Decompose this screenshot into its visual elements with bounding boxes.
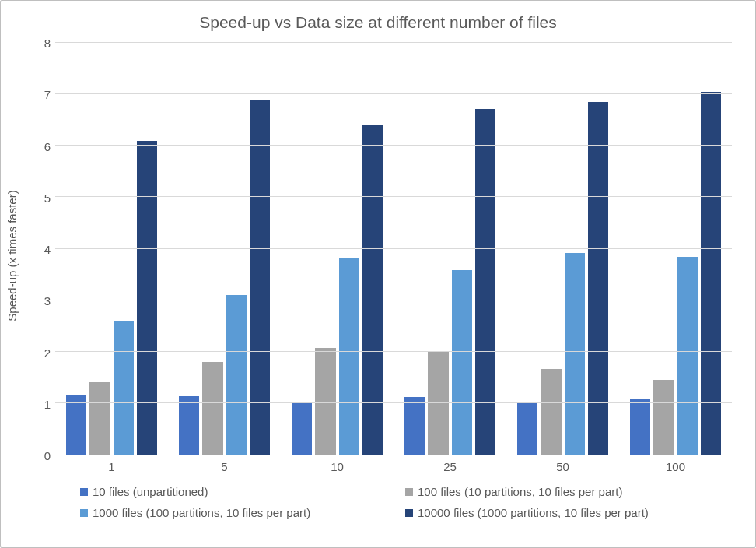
y-tick: 5 xyxy=(44,191,51,204)
gridline xyxy=(55,402,732,403)
legend-label: 10 files (unpartitioned) xyxy=(93,485,208,498)
bar xyxy=(137,141,157,455)
bar xyxy=(66,395,86,455)
y-tick: 4 xyxy=(44,243,51,256)
x-tick: 5 xyxy=(168,455,281,477)
bar xyxy=(226,295,247,455)
bar-group xyxy=(168,43,281,455)
gridline xyxy=(55,351,732,352)
gridline xyxy=(55,42,732,43)
bar xyxy=(428,352,448,455)
y-tick: 7 xyxy=(44,88,51,101)
bar xyxy=(541,369,561,455)
bar-group xyxy=(55,43,168,455)
y-tick: 0 xyxy=(44,449,51,462)
gridline xyxy=(55,300,732,300)
y-tick: 8 xyxy=(44,37,51,50)
bar xyxy=(452,270,472,455)
legend-swatch xyxy=(80,509,88,517)
bar xyxy=(653,380,674,455)
x-axis-ticks: 15102550100 xyxy=(55,455,732,477)
gridline xyxy=(55,248,732,249)
bar xyxy=(315,348,335,455)
bar xyxy=(362,125,383,455)
gridline xyxy=(55,196,732,197)
x-tick: 25 xyxy=(394,455,506,477)
bar xyxy=(179,396,199,455)
bar-group xyxy=(619,43,732,455)
x-tick: 1 xyxy=(55,455,168,477)
gridline xyxy=(55,145,732,146)
x-tick: 100 xyxy=(619,455,732,477)
legend-swatch xyxy=(80,488,88,496)
x-tick: 50 xyxy=(506,455,619,477)
gridline xyxy=(55,93,732,94)
chart-title: Speed-up vs Data size at different numbe… xyxy=(10,13,746,32)
legend-swatch xyxy=(405,488,413,496)
bar xyxy=(404,397,425,455)
y-tick: 1 xyxy=(44,397,51,410)
bar xyxy=(517,402,537,455)
bar-group xyxy=(281,43,394,455)
y-tick: 6 xyxy=(44,139,51,153)
bar xyxy=(114,321,134,455)
bar xyxy=(292,402,312,455)
y-tick: 2 xyxy=(44,346,51,359)
bar-groups xyxy=(55,43,732,455)
legend-item: 10 files (unpartitioned) xyxy=(80,485,405,498)
bar xyxy=(677,257,698,455)
bar xyxy=(701,92,721,455)
legend: 10 files (unpartitioned)100 files (10 pa… xyxy=(80,485,730,519)
legend-item: 100 files (10 partitions, 10 files per p… xyxy=(405,485,730,498)
legend-label: 100 files (10 partitions, 10 files per p… xyxy=(418,485,622,498)
bar-group xyxy=(394,43,506,455)
bar xyxy=(565,253,585,455)
x-tick: 10 xyxy=(281,455,394,477)
bar xyxy=(250,100,270,455)
plot-wrap: Speed-up (x times faster) 012345678 xyxy=(10,43,746,455)
legend-label: 10000 files (1000 partitions, 10 files p… xyxy=(418,506,649,519)
legend-label: 1000 files (100 partitions, 10 files per… xyxy=(93,506,310,519)
y-axis-ticks: 012345678 xyxy=(32,43,55,455)
bar xyxy=(339,258,359,455)
bar xyxy=(89,382,110,455)
legend-item: 1000 files (100 partitions, 10 files per… xyxy=(80,506,405,519)
y-axis-label: Speed-up (x times faster) xyxy=(5,190,19,321)
legend-swatch xyxy=(405,509,413,517)
y-tick: 3 xyxy=(44,294,51,307)
bar-group xyxy=(506,43,619,455)
chart-container: Speed-up vs Data size at different numbe… xyxy=(0,0,756,548)
y-axis-label-wrap: Speed-up (x times faster) xyxy=(10,43,32,455)
legend-item: 10000 files (1000 partitions, 10 files p… xyxy=(405,506,730,519)
plot-area xyxy=(55,43,732,455)
bar xyxy=(202,362,222,455)
bar xyxy=(630,399,650,455)
